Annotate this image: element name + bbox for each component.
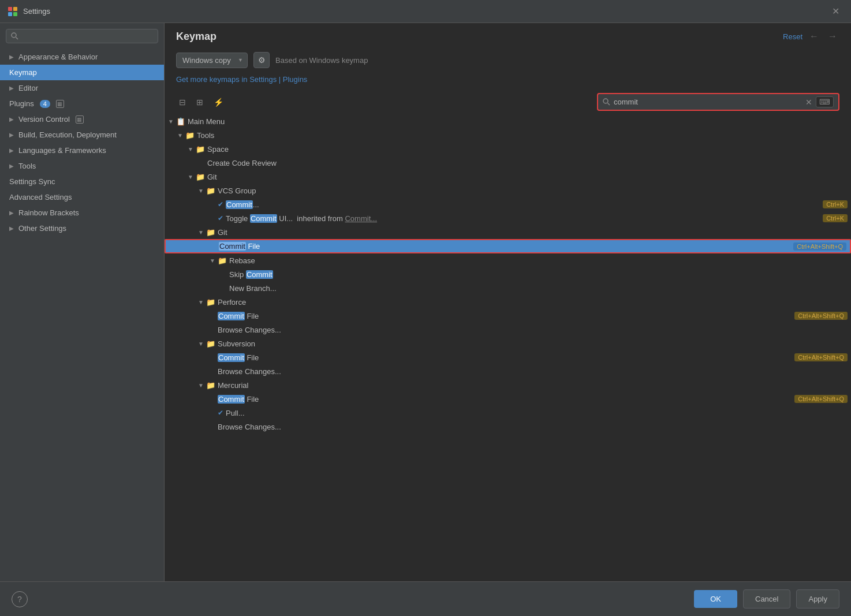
sidebar-item-keymap[interactable]: Keymap: [0, 65, 164, 80]
sidebar-item-label: Languages & Frameworks: [18, 146, 106, 155]
arrow-icon: ▶: [9, 116, 14, 122]
search-toolbar: ⊟ ⊞ ⚡ ✕ ⌨: [165, 89, 851, 114]
sidebar-item-label: Keymap: [9, 68, 37, 77]
tree-row-selected[interactable]: ▶ Commit File Ctrl+Alt+Shift+Q: [165, 239, 851, 253]
tree-row[interactable]: ▼ 📁 Space: [165, 142, 851, 156]
sidebar-item-label: Advanced Settings: [9, 193, 72, 201]
tree-row[interactable]: ▶ Browse Changes...: [165, 364, 851, 378]
expand-arrow-icon: ▼: [198, 188, 205, 194]
collapse-all-icon[interactable]: ⊟: [176, 96, 189, 109]
tree-item-label: Perforce: [218, 298, 848, 307]
right-panel: Keymap Reset ← → Windows copy ⚙ Based on…: [165, 23, 851, 581]
svg-rect-0: [8, 7, 12, 11]
sidebar-search-input[interactable]: [22, 32, 153, 40]
expand-arrow-icon: ▼: [198, 382, 205, 389]
sidebar-search[interactable]: [6, 29, 158, 43]
sidebar-item-languages[interactable]: ▶ Languages & Frameworks: [0, 143, 164, 158]
shortcut-badge: Ctrl+Alt+Shift+Q: [793, 242, 846, 251]
checkmark-icon: ✔: [218, 214, 223, 222]
keymap-select-wrapper[interactable]: Windows copy: [176, 53, 248, 68]
folder-icon: 📁: [206, 381, 215, 390]
sidebar-item-editor[interactable]: ▶ Editor: [0, 80, 164, 96]
expand-arrow-icon: ▼: [168, 118, 175, 125]
tree-row[interactable]: ▼ 📋 Main Menu: [165, 114, 851, 128]
sidebar-item-label: Plugins: [9, 99, 34, 108]
close-button[interactable]: ✕: [827, 3, 844, 19]
sidebar-item-settings-sync[interactable]: Settings Sync: [0, 174, 164, 189]
apply-button[interactable]: Apply: [796, 589, 839, 608]
keymap-select[interactable]: Windows copy: [176, 53, 248, 68]
shortcut-badge: Ctrl+Alt+Shift+Q: [794, 312, 848, 320]
tree-item-label: Mercurial: [218, 381, 848, 390]
svg-line-5: [16, 38, 18, 40]
tree-row[interactable]: ▼ 📁 Rebase: [165, 253, 851, 267]
nav-back-button[interactable]: ←: [807, 30, 821, 43]
cancel-button[interactable]: Cancel: [743, 589, 790, 608]
arrow-icon: ▶: [9, 225, 14, 232]
tree-row[interactable]: ▼ 📁 VCS Group: [165, 184, 851, 197]
search-clear-button[interactable]: ✕: [805, 98, 812, 107]
sidebar-item-appearance[interactable]: ▶ Appearance & Behavior: [0, 49, 164, 65]
folder-icon: 📁: [206, 298, 215, 307]
tree-container[interactable]: ▼ 📋 Main Menu ▼ 📁 Tools ▼ 📁 Space ▶ Crea…: [165, 114, 851, 581]
footer: ? OK Cancel Apply: [0, 581, 851, 616]
folder-icon: 📁: [206, 228, 215, 237]
expand-icon[interactable]: ⊞: [193, 96, 206, 109]
shortcut-badge: Ctrl+Alt+Shift+Q: [794, 395, 848, 403]
tree-item-label: Commit File: [218, 353, 790, 362]
tree-item-label: Commit File: [219, 242, 789, 251]
header-right: Reset ← →: [783, 30, 839, 43]
sidebar-item-rainbow-brackets[interactable]: ▶ Rainbow Brackets: [0, 205, 164, 221]
get-more-link[interactable]: Get more keymaps in Settings | Plugins: [165, 73, 851, 89]
grid-icon: ▦: [76, 115, 84, 124]
sidebar-item-build[interactable]: ▶ Build, Execution, Deployment: [0, 127, 164, 143]
tree-row[interactable]: ▶ Browse Changes...: [165, 420, 851, 434]
shortcut-badge: Ctrl+K: [823, 214, 848, 222]
tree-item-label: VCS Group: [218, 186, 848, 195]
tree-row[interactable]: ▶ ✔ Toggle Commit UI... inherited from C…: [165, 211, 851, 225]
panel-title: Keymap: [176, 31, 217, 43]
tree-row[interactable]: ▼ 📁 Git: [165, 225, 851, 239]
search-icon: [603, 98, 610, 106]
tree-row[interactable]: ▶ ✔ Pull...: [165, 406, 851, 420]
arrow-icon: ▶: [9, 54, 14, 60]
tree-row[interactable]: ▶ ✔ Commit... Ctrl+K: [165, 197, 851, 211]
sidebar-item-advanced-settings[interactable]: Advanced Settings: [0, 189, 164, 205]
tree-item-label: Toggle Commit UI... inherited from Commi…: [226, 214, 818, 223]
help-button[interactable]: ?: [12, 591, 28, 607]
tree-row[interactable]: ▶ New Branch...: [165, 281, 851, 295]
nav-forward-button[interactable]: →: [826, 30, 839, 43]
tree-row[interactable]: ▶ Browse Changes...: [165, 323, 851, 337]
tree-item-label: Pull...: [226, 409, 848, 417]
tree-row[interactable]: ▶ Commit File Ctrl+Alt+Shift+Q: [165, 309, 851, 323]
panel-header: Keymap Reset ← →: [165, 23, 851, 47]
tree-row[interactable]: ▶ Create Code Review: [165, 156, 851, 170]
ok-button[interactable]: OK: [694, 590, 737, 608]
tree-row[interactable]: ▼ 📁 Git: [165, 170, 851, 184]
gear-button[interactable]: ⚙: [253, 52, 270, 68]
sidebar-item-other-settings[interactable]: ▶ Other Settings: [0, 221, 164, 236]
reset-button[interactable]: Reset: [783, 32, 803, 41]
tree-row[interactable]: ▶ Commit File Ctrl+Alt+Shift+Q: [165, 350, 851, 364]
sidebar-item-plugins[interactable]: Plugins 4 ▦: [0, 96, 164, 111]
filter-icon[interactable]: ⚡: [211, 96, 226, 109]
arrow-icon: ▶: [9, 163, 14, 169]
tree-row[interactable]: ▼ 📁 Tools: [165, 128, 851, 142]
tree-item-label: Git: [218, 228, 848, 237]
tree-item-label: Space: [207, 145, 848, 154]
tree-row[interactable]: ▼ 📁 Perforce: [165, 295, 851, 309]
get-more-anchor[interactable]: Get more keymaps in Settings | Plugins: [176, 75, 307, 84]
expand-arrow-icon: ▼: [198, 299, 205, 305]
tree-row[interactable]: ▼ 📁 Mercurial: [165, 378, 851, 392]
sidebar-item-version-control[interactable]: ▶ Version Control ▦: [0, 111, 164, 127]
sidebar-item-tools[interactable]: ▶ Tools: [0, 158, 164, 174]
tree-row[interactable]: ▼ 📁 Subversion: [165, 337, 851, 350]
arrow-icon: ▶: [9, 210, 14, 216]
search-box[interactable]: ✕ ⌨: [597, 93, 839, 111]
tree-row[interactable]: ▶ Commit File Ctrl+Alt+Shift+Q: [165, 392, 851, 406]
footer-right: OK Cancel Apply: [694, 589, 839, 608]
sidebar-item-label: Build, Execution, Deployment: [18, 130, 117, 139]
tree-row[interactable]: ▶ Skip Commit: [165, 267, 851, 281]
tree-item-label: Git: [207, 173, 848, 181]
keymap-search-input[interactable]: [614, 98, 802, 106]
